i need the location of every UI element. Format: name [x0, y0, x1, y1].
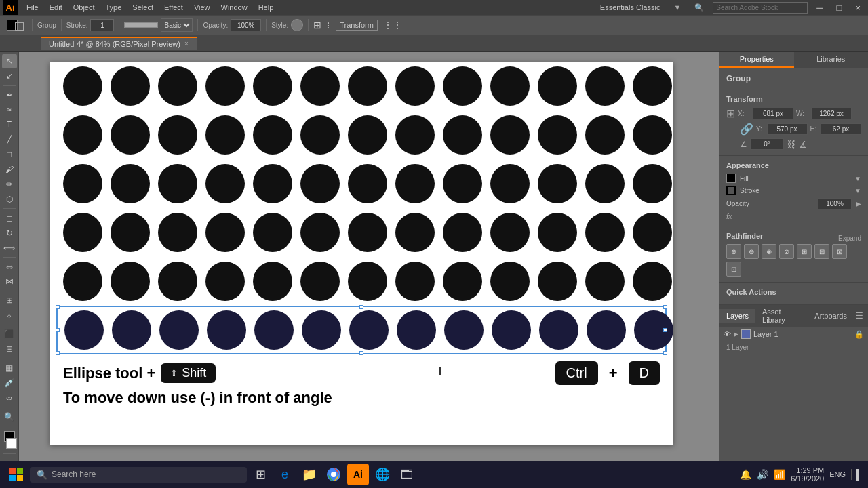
fx-label[interactable]: fx	[726, 212, 732, 220]
gradient-tool[interactable]: ▦	[2, 361, 17, 375]
pf-crop[interactable]: ⊡	[726, 262, 741, 277]
stroke-label: Stroke	[740, 187, 850, 195]
warp-tool[interactable]: ⋈	[2, 274, 17, 289]
start-button[interactable]	[5, 464, 27, 485]
align-distribute-icon[interactable]: ⋮⋮	[383, 20, 402, 30]
layers-menu-icon[interactable]: ☰	[854, 311, 865, 321]
width-tool[interactable]: ⇔	[2, 260, 17, 274]
transform-btn[interactable]: Transform	[336, 20, 378, 30]
fill-swatch[interactable]	[726, 174, 736, 183]
zoom-tool[interactable]: 🔍	[2, 409, 17, 424]
document-tab[interactable]: Untitled-4* @ 84% (RGB/Pixel Preview) ×	[41, 37, 197, 50]
expand-label[interactable]: Expand	[838, 235, 861, 242]
selected-dot-row[interactable]	[56, 306, 667, 354]
opacity-input[interactable]	[231, 19, 261, 31]
menu-object[interactable]: Object	[68, 2, 100, 13]
stroke-chevron[interactable]: ▼	[854, 187, 861, 195]
tab-close-btn[interactable]: ×	[184, 40, 189, 47]
menu-effect[interactable]: Effect	[159, 2, 188, 13]
window-minimize[interactable]: ─	[812, 1, 827, 14]
blend-tool[interactable]: ∞	[2, 390, 17, 405]
window-restore[interactable]: □	[832, 1, 847, 14]
mirror-tool[interactable]: ⟺	[2, 241, 17, 255]
window-close[interactable]: ×	[850, 1, 865, 14]
curvature-tool[interactable]: ≈	[2, 103, 17, 117]
network-icon[interactable]: 📶	[774, 469, 785, 480]
pf-merge[interactable]: ⊠	[832, 244, 847, 259]
pf-trim[interactable]: ⊟	[814, 244, 829, 259]
background-color[interactable]	[6, 438, 17, 449]
menu-type[interactable]: Type	[101, 2, 127, 13]
w-value-input[interactable]	[811, 108, 852, 119]
task-view-btn[interactable]: ⊞	[250, 464, 271, 485]
illustrator-btn[interactable]: Ai	[347, 464, 369, 485]
perspective-tool[interactable]: ⬛	[2, 327, 17, 342]
paintbrush-tool[interactable]: 🖌	[2, 163, 17, 177]
live-paint-tool[interactable]: ⬦	[2, 308, 17, 323]
angle-input[interactable]	[750, 138, 784, 150]
type-tool[interactable]: T	[2, 118, 17, 132]
pf-divide[interactable]: ⊞	[797, 244, 812, 259]
h-value-input[interactable]	[821, 123, 861, 135]
rotate-tool[interactable]: ↻	[2, 226, 17, 240]
line-tool[interactable]: ╱	[2, 133, 17, 147]
mesh-tool[interactable]: ⊟	[2, 342, 17, 357]
menu-view[interactable]: View	[189, 2, 215, 13]
pf-minus-front[interactable]: ⊖	[744, 244, 759, 259]
shear-icon[interactable]: ∡	[799, 139, 808, 150]
x-value-input[interactable]	[753, 108, 793, 119]
layers-tab[interactable]: Layers	[719, 309, 755, 323]
layer-expand-icon[interactable]: ▶	[734, 331, 738, 338]
essentials-dropdown[interactable]: Essentials Classic	[595, 2, 665, 13]
stroke-swatch[interactable]	[726, 186, 736, 195]
align-icon-1[interactable]: ⊞	[313, 20, 321, 30]
notification-icon[interactable]: 🔔	[740, 469, 751, 480]
file-explorer-btn[interactable]: 📁	[298, 464, 320, 485]
pen-tool[interactable]: ✒	[2, 88, 17, 102]
menu-select[interactable]: Select	[127, 2, 158, 13]
y-value-input[interactable]	[767, 123, 808, 135]
menu-help[interactable]: Help	[254, 2, 279, 13]
canvas-area[interactable]: Ellipse tool + ⇧ Shift Ctrl + D To move …	[19, 52, 719, 473]
select-tool[interactable]: ↖	[2, 54, 17, 68]
shape-builder-tool[interactable]: ⊞	[2, 293, 17, 308]
pf-intersect[interactable]: ⊗	[762, 244, 776, 259]
pf-unite[interactable]: ⊕	[726, 244, 741, 259]
menu-edit[interactable]: Edit	[45, 2, 67, 13]
layer-lock-icon[interactable]: 🔒	[854, 330, 864, 339]
eraser-tool[interactable]: ◻	[2, 211, 17, 225]
layer-row[interactable]: 👁 ▶ Layer 1 🔒	[719, 327, 868, 341]
asset-library-tab[interactable]: Asset Library	[755, 305, 808, 327]
libraries-tab[interactable]: Libraries	[794, 52, 869, 68]
search-stock-input[interactable]	[713, 2, 808, 14]
show-desktop-btn[interactable]: ▌	[851, 469, 863, 480]
direct-select-tool[interactable]: ↙	[2, 69, 17, 83]
opacity-value-input[interactable]	[818, 198, 852, 209]
search-stock-icon[interactable]: 🔍	[690, 2, 709, 14]
chrome-btn[interactable]	[323, 464, 344, 485]
align-icon-2[interactable]: ⫶	[326, 20, 330, 30]
artboards-tab[interactable]: Artboards	[808, 309, 854, 323]
app6-btn[interactable]: 🗔	[396, 464, 418, 485]
essentials-chevron[interactable]: ▼	[669, 2, 686, 13]
properties-tab[interactable]: Properties	[719, 52, 794, 68]
volume-icon[interactable]: 🔊	[757, 469, 768, 480]
shaper-tool[interactable]: ⬡	[2, 192, 17, 206]
menu-file[interactable]: File	[22, 2, 43, 13]
stroke-color-swatch[interactable]	[15, 22, 24, 31]
pf-exclude[interactable]: ⊘	[779, 244, 794, 259]
edge-btn[interactable]: e	[274, 464, 296, 485]
menu-window[interactable]: Window	[216, 2, 252, 13]
constrain-icon[interactable]: ⛓	[787, 139, 796, 150]
dot	[300, 66, 340, 106]
layer-visibility-icon[interactable]: 👁	[724, 330, 731, 338]
eyedropper-tool[interactable]: 💉	[2, 375, 17, 390]
taskbar-search[interactable]: 🔍 Search here	[30, 467, 247, 483]
pencil-tool[interactable]: ✏	[2, 177, 17, 191]
stroke-value-input[interactable]	[90, 19, 114, 31]
opacity-chevron[interactable]: ▶	[856, 200, 861, 207]
blend-mode-select[interactable]: Basic	[161, 18, 193, 32]
rect-tool[interactable]: □	[2, 148, 17, 162]
fill-chevron[interactable]: ▼	[854, 175, 861, 182]
app5-btn[interactable]: 🌐	[372, 464, 393, 485]
